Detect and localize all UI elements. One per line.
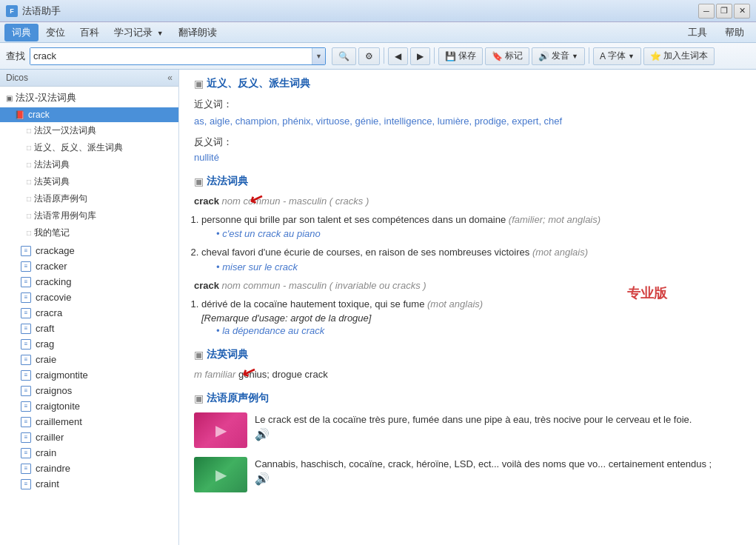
- menu-item-help[interactable]: 帮助: [717, 24, 752, 41]
- audio-button-1[interactable]: 🔊: [255, 427, 692, 441]
- config-icon: ⚙: [365, 51, 373, 61]
- search-input-wrap: ▼: [30, 47, 326, 65]
- word-icon-cracker: ≡: [21, 261, 31, 272]
- sidebar-subitem-fafa[interactable]: □ 法法词典: [0, 156, 178, 173]
- word-icon-craft: ≡: [21, 324, 31, 334]
- audio-button-2[interactable]: 🔊: [255, 472, 712, 486]
- synonym-label: 近义词：: [194, 98, 741, 111]
- example-sentence-1: ▶ Le crack est de la cocaïne très pure, …: [194, 412, 741, 448]
- mark-button[interactable]: 🔖 标记: [485, 47, 529, 65]
- sidebar-subitem-liju[interactable]: □ 法语原声例句: [0, 190, 178, 207]
- search-config-button[interactable]: ⚙: [358, 47, 380, 65]
- pronounce-button[interactable]: 🔊 发音 ▼: [532, 47, 585, 65]
- back-button[interactable]: ◀: [388, 47, 408, 65]
- app-title: 法语助手: [22, 4, 61, 18]
- word-icon-craie: ≡: [21, 355, 31, 365]
- definition-item-3: dérivé de la cocaïne hautement toxique, …: [201, 297, 741, 337]
- add-icon: ⭐: [650, 51, 661, 61]
- content-area: ▣ 近义、反义、派生词典 近义词： as, aigle, champion, p…: [179, 70, 756, 545]
- save-icon: 💾: [445, 51, 456, 61]
- sidebar-content: ▣ 法汉-汉法词典 📕 crack □ 法汉一汉法词典 □ 近义、反义、派生词典: [0, 87, 178, 545]
- section-label: 法汉-汉法词典: [16, 91, 76, 104]
- sidebar-section-header[interactable]: ▣ 法汉-汉法词典: [0, 88, 178, 107]
- word-item-craillement[interactable]: ≡ craillement: [0, 414, 178, 429]
- word-item-craie[interactable]: ≡ craie: [0, 352, 178, 367]
- antonym-word: nullité: [194, 152, 741, 163]
- sidebar-subitem-fahanzh[interactable]: □ 法汉一汉法词典: [0, 122, 178, 139]
- back-icon: ◀: [395, 51, 401, 61]
- word-item-cracking[interactable]: ≡ cracking: [0, 274, 178, 290]
- menu-item-conjugate[interactable]: 变位: [39, 24, 73, 41]
- example-text-wrap-2: Cannabis, haschisch, cocaïne, crack, hér…: [255, 457, 712, 486]
- menu-item-dict[interactable]: 词典: [4, 24, 39, 41]
- word-icon-crain: ≡: [21, 448, 31, 458]
- separator-2: [434, 47, 435, 64]
- minimize-button[interactable]: ─: [698, 4, 715, 19]
- audio-icon: 🔊: [538, 51, 549, 61]
- sidebar-subitem-changyong[interactable]: □ 法语常用例句库: [0, 207, 178, 224]
- sidebar-subitem-jinyifanyi[interactable]: □ 近义、反义、派生词典: [0, 139, 178, 156]
- sidebar-title: Dicos: [6, 73, 28, 83]
- sidebar-header: Dicos «: [0, 70, 178, 87]
- word-item-crailler[interactable]: ≡ crailler: [0, 429, 178, 445]
- search-dropdown-button[interactable]: ▼: [312, 48, 325, 64]
- word-item-cracra[interactable]: ≡ cracra: [0, 305, 178, 321]
- doc-icon-2: □: [27, 144, 31, 152]
- synonym-words: as, aigle, champion, phénix, virtuose, g…: [194, 114, 741, 130]
- arrow-icon-1: ↙: [247, 188, 266, 211]
- add-word-button[interactable]: ⭐ 加入生词本: [643, 47, 715, 65]
- arrow-icon-2: ↙: [239, 361, 258, 384]
- doc-icon-5: □: [27, 195, 31, 203]
- sidebar-item-crack[interactable]: 📕 crack: [0, 107, 178, 122]
- save-button[interactable]: 💾 保存: [438, 47, 483, 65]
- word-item-craint[interactable]: ≡ craint: [0, 476, 178, 492]
- separator-1: [384, 47, 384, 64]
- sidebar-subitem-fayin[interactable]: □ 法英词典: [0, 173, 178, 190]
- word-item-crackage[interactable]: ≡ crackage: [0, 243, 178, 258]
- close-button[interactable]: ✕: [734, 4, 750, 19]
- sidebar-word-list: ≡ crackage ≡ cracker ≡ cracking ≡ cracov…: [0, 243, 178, 492]
- word-item-craindre[interactable]: ≡ craindre: [0, 461, 178, 476]
- sidebar-subitem-notes[interactable]: □ 我的笔记: [0, 224, 178, 241]
- font-button[interactable]: A 字体 ▼: [593, 47, 641, 65]
- word-icon-craillement: ≡: [21, 417, 31, 427]
- section-synonym: ▣ 近义、反义、派生词典 近义词： as, aigle, champion, p…: [194, 77, 741, 163]
- word-item-craigmontite[interactable]: ≡ craigmontite: [0, 367, 178, 383]
- search-actions: 🔍 ⚙ ◀ ▶ 💾 保存 🔖 标记 🔊 发音 ▼ A 字体 ▼: [332, 47, 715, 65]
- word-icon-cracra: ≡: [21, 308, 31, 318]
- word-item-craignos[interactable]: ≡ craignos: [0, 383, 178, 398]
- forward-button[interactable]: ▶: [410, 47, 430, 65]
- word-icon-craignos: ≡: [21, 386, 31, 396]
- example-text-1: Le crack est de la cocaïne très pure, fu…: [255, 412, 692, 427]
- menu-item-encyclopedia[interactable]: 百科: [73, 24, 107, 41]
- word-item-crag[interactable]: ≡ crag: [0, 336, 178, 352]
- collapse-icon: ▣: [6, 94, 13, 102]
- restore-button[interactable]: ❐: [716, 4, 732, 19]
- word-icon-craint: ≡: [21, 479, 31, 489]
- example-1-1: • c'est un crack au piano: [216, 228, 741, 239]
- word-item-craigtonite[interactable]: ≡ craigtonite: [0, 398, 178, 414]
- word-item-cracovie[interactable]: ≡ cracovie: [0, 290, 178, 305]
- watermark: 专业版: [627, 284, 667, 302]
- word-icon-crag: ≡: [21, 339, 31, 350]
- search-bar: 查找 ▼ 🔍 ⚙ ◀ ▶ 💾 保存 🔖 标记 🔊 发音 ▼: [0, 43, 756, 70]
- word-item-crain[interactable]: ≡ crain: [0, 445, 178, 461]
- word-item-cracker[interactable]: ≡ cracker: [0, 258, 178, 274]
- doc-icon-1: □: [27, 127, 31, 135]
- menu-item-translate[interactable]: 翻译朗读: [171, 24, 224, 41]
- menu-item-history[interactable]: 学习记录 ▼: [107, 24, 171, 41]
- forward-icon: ▶: [417, 51, 424, 61]
- word-item-craft[interactable]: ≡ craft: [0, 321, 178, 336]
- sidebar-collapse-button[interactable]: «: [167, 73, 173, 83]
- search-magnify-button[interactable]: 🔍: [332, 47, 356, 65]
- section-examples-title: ▣ 法语原声例句: [194, 392, 741, 405]
- search-icon: 🔍: [338, 51, 349, 61]
- definition-item-1: personne qui brille par son talent et se…: [201, 213, 741, 240]
- separator-3: [589, 47, 589, 64]
- doc-icon-7: □: [27, 229, 31, 237]
- section-fafa-title: ▣ 法法词典 ↙: [194, 175, 741, 188]
- menu-item-tools[interactable]: 工具: [680, 24, 715, 41]
- definition-item-2: cheval favori d'une écurie de courses, e…: [201, 245, 741, 272]
- example-1-2: • miser sur le crack: [216, 261, 741, 272]
- search-input[interactable]: [30, 48, 312, 64]
